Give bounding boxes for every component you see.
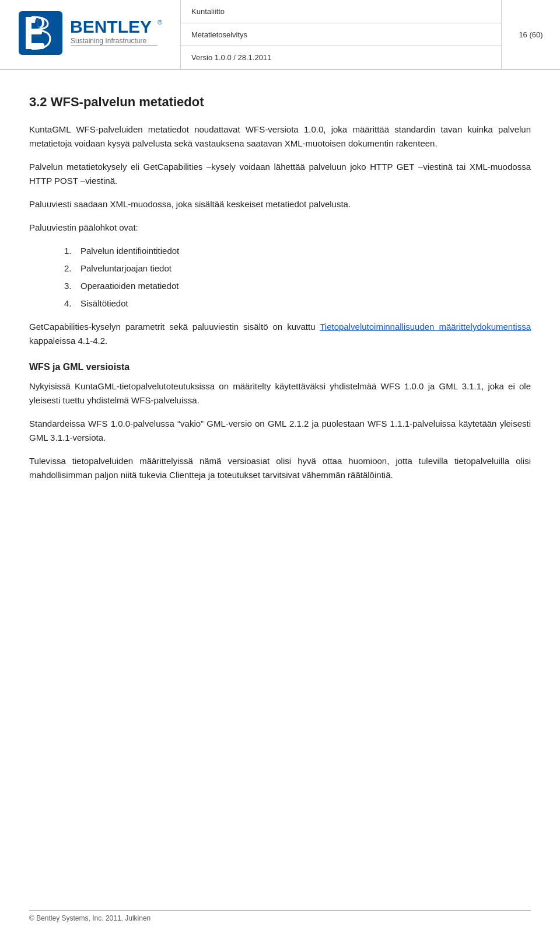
wfs-gml-paragraph-3: Tulevissa tietopalveluiden määrittelyiss… (29, 454, 531, 482)
wfs-gml-paragraph-1: Nykyisissä KuntaGML-tietopalvelutoteutuk… (29, 379, 531, 407)
capabilities-paragraph: GetCapabilities-kyselyn parametrit sekä … (29, 320, 531, 348)
list-item-2: 2. Palveluntarjoajan tiedot (29, 262, 531, 276)
meta-label-kuntaliitto: Kuntaliitto (191, 7, 225, 16)
capabilities-before-link: GetCapabilities-kyselyn parametrit sekä … (29, 322, 320, 332)
header-meta: Kuntaliitto Metatietoselvitys Versio 1.0… (181, 0, 502, 69)
page-header: BENTLEY ® Sustaining Infrastructure Kunt… (0, 0, 560, 70)
paragraph-4: Paluuviestin päälohkot ovat: (29, 221, 531, 235)
meta-label-metatietoselvitys: Metatietoselvitys (191, 30, 247, 39)
header-meta-row-1: Kuntaliitto (181, 0, 501, 23)
capabilities-after-link: kappaleissa 4.1-4.2. (29, 336, 107, 346)
list-item-number-4: 4. (64, 297, 76, 311)
section-heading: 3.2 WFS-palvelun metatiedot (29, 95, 531, 110)
svg-text:Sustaining Infrastructure: Sustaining Infrastructure (71, 37, 146, 45)
list-item-text-3: Operaatioiden metatiedot (80, 279, 178, 293)
main-content: 3.2 WFS-palvelun metatiedot KuntaGML WFS… (0, 70, 560, 515)
paragraph-2: Palvelun metatietokysely eli GetCapabili… (29, 160, 531, 188)
svg-point-7 (37, 19, 42, 27)
list-item-4: 4. Sisältötiedot (29, 297, 531, 311)
bentley-logo: BENTLEY ® Sustaining Infrastructure (18, 8, 163, 61)
list-item-text-2: Palveluntarjoajan tiedot (80, 262, 172, 276)
main-list: 1. Palvelun identifiointitiedot 2. Palve… (29, 244, 531, 311)
meta-label-versio: Versio 1.0.0 / 28.1.2011 (191, 53, 271, 62)
page-wrapper: BENTLEY ® Sustaining Infrastructure Kunt… (0, 0, 560, 934)
paragraph-1: KuntaGML WFS-palveluiden metatiedot noud… (29, 123, 531, 151)
list-item-number-2: 2. (64, 262, 76, 276)
paragraph-3: Paluuviesti saadaan XML-muodossa, joka s… (29, 197, 531, 211)
wfs-gml-paragraph-2: Standardeissa WFS 1.0.0-palvelussa “vaki… (29, 417, 531, 445)
page-footer: © Bentley Systems, Inc. 2011, Julkinen (29, 910, 531, 922)
list-item-3: 3. Operaatioiden metatiedot (29, 279, 531, 293)
list-item-text-4: Sisältötiedot (80, 297, 128, 311)
list-item-number-3: 3. (64, 279, 76, 293)
list-item-1: 1. Palvelun identifiointitiedot (29, 244, 531, 258)
logo-area: BENTLEY ® Sustaining Infrastructure (0, 0, 181, 69)
list-item-number-1: 1. (64, 244, 76, 258)
list-item-text-1: Palvelun identifiointitiedot (80, 244, 179, 258)
capabilities-link[interactable]: Tietopalvelutoiminnallisuuden määrittely… (320, 322, 531, 332)
header-page-number: 16 (60) (502, 0, 560, 69)
svg-text:®: ® (158, 19, 162, 26)
footer-text: © Bentley Systems, Inc. 2011, Julkinen (29, 914, 150, 922)
wfs-gml-heading: WFS ja GML versioista (29, 362, 531, 372)
header-meta-row-2: Metatietoselvitys (181, 23, 501, 47)
svg-text:BENTLEY: BENTLEY (70, 17, 152, 36)
header-meta-row-3: Versio 1.0.0 / 28.1.2011 (181, 46, 501, 69)
